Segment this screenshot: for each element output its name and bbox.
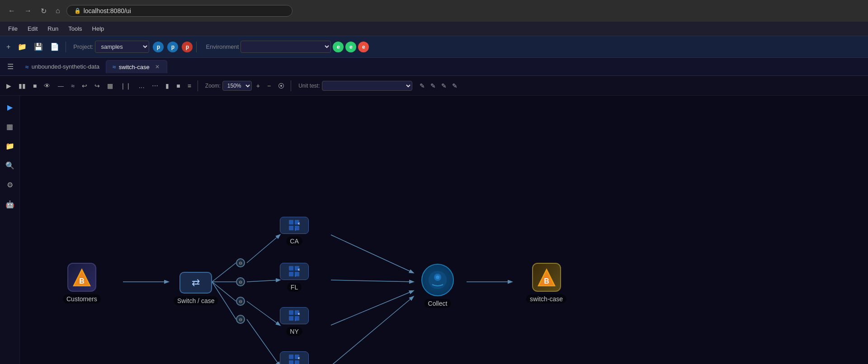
svg-line-10 xyxy=(331,280,413,282)
split-btn[interactable]: ≡ xyxy=(185,80,194,91)
switch-output-ny: ⊖ xyxy=(236,297,245,306)
sidebar-toggle[interactable]: ☰ xyxy=(4,61,17,73)
grid-button[interactable]: ▦ xyxy=(104,80,116,91)
separator-2 xyxy=(196,42,197,52)
node-fl[interactable]: c ↓ FL xyxy=(280,263,309,292)
eye-button[interactable]: 👁 xyxy=(41,80,53,91)
play-button[interactable]: ▶ xyxy=(4,80,14,91)
zoom-out-button[interactable]: − xyxy=(264,80,274,91)
sidebar-search-btn[interactable]: 🔍 xyxy=(2,158,18,173)
canvas-svg xyxy=(20,96,868,364)
env-label: Environment xyxy=(206,43,239,50)
menu-bar: File Edit Run Tools Help xyxy=(0,22,868,36)
zoom-select[interactable]: 150% 100% 75% 50% xyxy=(222,81,252,91)
node-switch[interactable]: ⇄ Switch / case xyxy=(174,272,218,305)
save-button[interactable]: 💾 xyxy=(31,41,46,53)
tab-icon-unbounded: ≈ xyxy=(25,63,29,70)
node-default[interactable]: c ↓ Default xyxy=(280,351,309,364)
menu-edit[interactable]: Edit xyxy=(23,23,42,34)
home-button[interactable]: ⌂ xyxy=(53,5,63,17)
svg-rect-23 xyxy=(289,266,293,271)
canvas-area[interactable]: B Customers ⇄ Switch / case ⊖ ⊖ ⊖ ⊖ xyxy=(20,96,868,364)
edit-pencil-3[interactable]: ✎ xyxy=(439,80,448,91)
more-btn-2[interactable]: ⋯ xyxy=(149,80,161,91)
address-bar[interactable]: 🔒 localhost:8080/ui xyxy=(66,5,292,17)
pause-button[interactable]: ▮▮ xyxy=(16,80,28,91)
filter-button[interactable]: ⸻ xyxy=(55,80,66,91)
save-as-button[interactable]: 📄 xyxy=(47,41,62,53)
sidebar-settings-btn[interactable]: ⚙ xyxy=(3,177,17,193)
menu-tools[interactable]: Tools xyxy=(64,23,86,34)
svg-rect-35 xyxy=(289,355,293,359)
unit-test-select[interactable] xyxy=(322,81,412,91)
url-text: localhost:8080/ui xyxy=(84,7,131,14)
svg-rect-29 xyxy=(289,310,293,315)
svg-text:B: B xyxy=(544,277,549,285)
default-filter-icon: c ↓ xyxy=(288,354,301,364)
svg-point-43 xyxy=(436,275,439,279)
layout-btn[interactable]: ■ xyxy=(174,80,183,91)
node-collect[interactable]: Collect xyxy=(421,264,454,308)
collect-icon xyxy=(421,264,454,296)
p-icon-2[interactable]: p xyxy=(167,42,178,52)
p-icon-1[interactable]: p xyxy=(153,42,164,52)
stop-button[interactable]: ■ xyxy=(30,80,39,91)
node-ca[interactable]: c ↓ CA xyxy=(280,217,309,246)
svg-line-6 xyxy=(247,280,280,282)
tab-unbounded[interactable]: ≈ unbounded-synthetic-data xyxy=(19,61,106,73)
svg-text:B: B xyxy=(79,277,85,285)
sidebar-plugin-btn[interactable]: 🤖 xyxy=(2,196,18,212)
separator xyxy=(66,42,66,52)
project-label: Project: xyxy=(73,43,93,50)
sidebar-home-btn[interactable]: ▶ xyxy=(4,99,16,115)
more-btn-1[interactable]: … xyxy=(136,80,147,91)
svg-line-8 xyxy=(247,319,280,364)
fl-filter-icon: c ↓ xyxy=(288,265,301,278)
menu-file[interactable]: File xyxy=(4,23,22,34)
redo-button[interactable]: ↪ xyxy=(92,80,103,91)
tab-icon-switch: ≈ xyxy=(113,63,116,70)
customers-label: Customers xyxy=(63,294,101,303)
new-button[interactable]: + xyxy=(4,41,13,53)
canvas-sep xyxy=(198,80,198,91)
zoom-fit-button[interactable]: ⦿ xyxy=(275,80,287,91)
node-ny[interactable]: c ↓ NY xyxy=(280,307,309,336)
node-output[interactable]: B switch-case xyxy=(526,263,566,303)
svg-line-11 xyxy=(331,291,413,325)
e-icon-3[interactable]: e xyxy=(358,42,369,52)
menu-help[interactable]: Help xyxy=(88,23,109,34)
refresh-button[interactable]: ↻ xyxy=(38,5,49,17)
project-select[interactable]: samples xyxy=(95,41,149,53)
open-button[interactable]: 📁 xyxy=(15,41,29,53)
env-select[interactable] xyxy=(241,41,331,53)
more-btn-3[interactable]: ▮ xyxy=(163,80,172,91)
back-button[interactable]: ← xyxy=(5,5,18,17)
edit-pencil-2[interactable]: ✎ xyxy=(429,80,438,91)
menu-run[interactable]: Run xyxy=(43,23,63,34)
align-button[interactable]: ❘❘ xyxy=(118,80,134,91)
sidebar-folder-btn[interactable]: 📁 xyxy=(2,138,18,154)
svg-text:↓: ↓ xyxy=(294,227,297,232)
node-customers[interactable]: B Customers xyxy=(63,263,101,303)
e-icon-2[interactable]: e xyxy=(345,42,356,52)
ca-label: CA xyxy=(286,237,302,246)
tab-label-unbounded: unbounded-synthetic-data xyxy=(32,63,99,70)
zoom-in-button[interactable]: + xyxy=(254,80,263,91)
edit-pencil-1[interactable]: ✎ xyxy=(418,80,427,91)
ny-label: NY xyxy=(286,327,302,336)
ny-filter-body: c ↓ xyxy=(280,307,309,324)
tab-close-switch[interactable]: ✕ xyxy=(154,64,160,70)
toolbar: + 📁 💾 📄 Project: samples p p p Environme… xyxy=(0,36,868,58)
edit-pencil-4[interactable]: ✎ xyxy=(450,80,459,91)
tab-switch-case[interactable]: ≈ switch-case ✕ xyxy=(106,60,167,73)
undo-button[interactable]: ↩ xyxy=(79,80,90,91)
svg-rect-19 xyxy=(289,226,293,230)
ny-filter-icon: c ↓ xyxy=(288,309,301,322)
sidebar-grid-btn[interactable]: ▦ xyxy=(3,119,17,135)
e-icon-1[interactable]: e xyxy=(333,42,344,52)
default-filter-body: c ↓ xyxy=(280,351,309,364)
svg-line-5 xyxy=(247,235,280,263)
forward-button[interactable]: → xyxy=(22,5,34,17)
stream-button[interactable]: ≈ xyxy=(68,80,77,91)
p-icon-3[interactable]: p xyxy=(182,42,193,52)
